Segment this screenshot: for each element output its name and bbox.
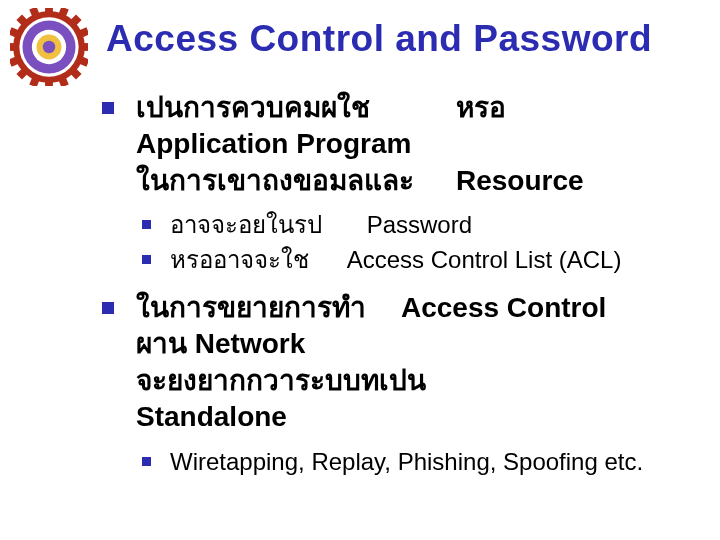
square-bullet-icon (102, 302, 114, 314)
sub-bullet-item: อาจจะอยในรป Password (142, 209, 712, 241)
sub-bullet-text: หรออาจจะใช Access Control List (ACL) (170, 244, 712, 276)
line-left: อาจจะอยในรป (170, 209, 360, 241)
svg-rect-3 (10, 43, 18, 51)
line-right: Password (367, 209, 472, 241)
sub-bullet-item: หรออาจจะใช Access Control List (ACL) (142, 244, 712, 276)
bullet-text: ในการขยายการทำ Access Control ผาน Networ… (136, 290, 712, 436)
line-right: Access Control (401, 290, 606, 326)
line-right: หรอ (456, 90, 506, 126)
line-left: ในการเขาถงขอมลและ (136, 163, 456, 199)
square-bullet-icon (142, 255, 151, 264)
line-left: หรออาจจะใช (170, 244, 340, 276)
sub-bullet-text: อาจจะอยในรป Password (170, 209, 712, 241)
sub-bullet-item: Wiretapping, Replay, Phishing, Spoofing … (142, 446, 712, 478)
line-right: Access Control List (ACL) (347, 244, 622, 276)
svg-point-21 (43, 41, 55, 53)
square-bullet-icon (142, 457, 151, 466)
svg-rect-2 (45, 78, 53, 86)
line-left: จะยงยากกวาระบบทเปน (136, 365, 426, 396)
svg-rect-1 (45, 8, 53, 16)
square-bullet-icon (102, 102, 114, 114)
slide: Access Control and Password เปนการควบคมผ… (0, 0, 720, 540)
bullet-item: เปนการควบคมผใช หรอ Application Program ใ… (102, 90, 712, 199)
institution-logo-icon (10, 8, 88, 86)
svg-rect-4 (80, 43, 88, 51)
sub-bullet-text: Wiretapping, Replay, Phishing, Spoofing … (170, 446, 712, 478)
sub-bullet-group: อาจจะอยในรป Password หรออาจจะใช Access C… (142, 209, 712, 276)
line-left: Standalone (136, 401, 287, 432)
line-left: Application Program (136, 126, 456, 162)
bullet-text: เปนการควบคมผใช หรอ Application Program ใ… (136, 90, 712, 199)
bullet-item: ในการขยายการทำ Access Control ผาน Networ… (102, 290, 712, 436)
square-bullet-icon (142, 220, 151, 229)
line-right: Resource (456, 163, 584, 199)
slide-body: เปนการควบคมผใช หรอ Application Program ใ… (102, 90, 712, 492)
line-left: เปนการควบคมผใช (136, 90, 456, 126)
sub-bullet-group: Wiretapping, Replay, Phishing, Spoofing … (142, 446, 712, 478)
slide-title: Access Control and Password (106, 18, 652, 60)
line-left: ผาน Network (136, 328, 305, 359)
line-left: ในการขยายการทำ (136, 290, 401, 326)
line-left: Wiretapping, Replay, Phishing, Spoofing … (170, 448, 643, 475)
